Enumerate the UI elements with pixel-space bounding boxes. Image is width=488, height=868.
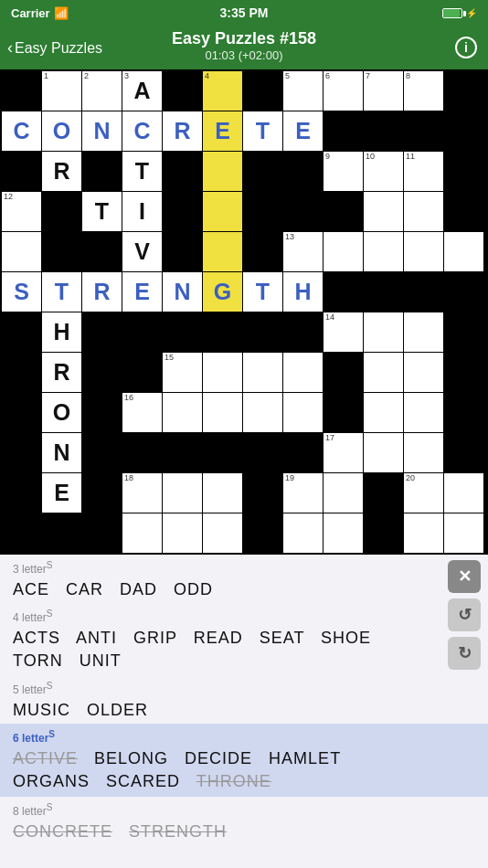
words-4letters-row2: TORN UNIT: [13, 650, 475, 672]
cell-5-4[interactable]: N: [163, 272, 202, 312]
cell-3-3[interactable]: I: [122, 192, 162, 231]
cell-1-1[interactable]: O: [42, 111, 81, 151]
redo-button[interactable]: ↻: [448, 637, 481, 670]
cell-4-5[interactable]: [203, 232, 242, 271]
cell-6-1[interactable]: H: [42, 312, 81, 352]
cell-0-1[interactable]: 1: [42, 71, 81, 111]
cell-5-3[interactable]: E: [122, 272, 162, 312]
cell-4-0[interactable]: [2, 232, 41, 271]
cell-1-5[interactable]: E: [203, 111, 242, 151]
cell-8-5[interactable]: [203, 393, 242, 432]
undo-button[interactable]: ↺: [448, 598, 481, 631]
cell-4-8[interactable]: [324, 232, 363, 271]
cell-4-4: [163, 232, 202, 271]
cell-11-3[interactable]: [122, 513, 162, 553]
cell-7-5[interactable]: [203, 353, 242, 392]
cell-11-5[interactable]: [203, 513, 242, 553]
cell-5-7[interactable]: H: [283, 272, 323, 312]
cell-2-9[interactable]: 10: [364, 152, 403, 191]
cell-7-10[interactable]: [404, 353, 443, 392]
cell-10-8[interactable]: [324, 473, 363, 513]
cell-10-10[interactable]: 20: [404, 473, 443, 513]
cell-9-10[interactable]: [404, 433, 443, 472]
cell-5-0[interactable]: S: [2, 272, 41, 312]
cell-4-7[interactable]: 13: [283, 232, 323, 271]
cell-1-2[interactable]: N: [82, 111, 122, 151]
cell-8-10[interactable]: [404, 393, 443, 432]
cell-8-1[interactable]: O: [42, 393, 81, 432]
cell-5-5[interactable]: G: [203, 272, 242, 312]
cell-8-9[interactable]: [364, 393, 403, 432]
cell-8-7[interactable]: [283, 393, 323, 432]
cell-5-1[interactable]: T: [42, 272, 81, 312]
cell-7-6[interactable]: [243, 353, 282, 392]
cell-2-8[interactable]: 9: [324, 152, 363, 191]
back-button[interactable]: ‹ Easy Puzzles: [7, 38, 102, 58]
crossword-grid[interactable]: 123A45678CONCRETERT9101112TIV13STRENGTHH…: [0, 69, 488, 555]
cell-11-7[interactable]: [283, 513, 323, 553]
cell-4-3[interactable]: V: [122, 232, 162, 271]
cell-0-7[interactable]: 5: [283, 71, 323, 111]
cell-10-4[interactable]: [163, 473, 202, 513]
close-button[interactable]: ✕: [448, 560, 481, 593]
cell-7-1[interactable]: R: [42, 353, 81, 392]
cell-3-10[interactable]: [404, 192, 443, 231]
cell-8-4[interactable]: [163, 393, 202, 432]
info-button[interactable]: i: [455, 37, 477, 58]
cell-0-9[interactable]: 7: [364, 71, 403, 111]
cell-4-10[interactable]: [404, 232, 443, 271]
cell-2-1[interactable]: R: [42, 152, 81, 191]
cell-1-3[interactable]: C: [122, 111, 162, 151]
section-5letters: 5 letterS MUSIC OLDER: [0, 675, 488, 724]
cell-10-3[interactable]: 18: [122, 473, 162, 513]
cell-0-5[interactable]: 4: [203, 71, 242, 111]
cell-9-1[interactable]: N: [42, 433, 81, 472]
cell-2-10[interactable]: 11: [404, 152, 443, 191]
cell-10-11[interactable]: [444, 473, 483, 513]
cell-8-3[interactable]: 16: [122, 393, 162, 432]
cell-3-5[interactable]: [203, 192, 242, 231]
cell-3-9[interactable]: [364, 192, 403, 231]
cell-0-10[interactable]: 8: [404, 71, 443, 111]
cell-1-7[interactable]: E: [283, 111, 323, 151]
cell-7-9[interactable]: [364, 353, 403, 392]
cell-2-3[interactable]: T: [122, 152, 162, 191]
section-label-3: 3 letterS: [13, 560, 475, 576]
cell-11-4[interactable]: [163, 513, 202, 553]
cell-0-3[interactable]: 3A: [122, 71, 162, 111]
cell-11-10[interactable]: [404, 513, 443, 553]
back-label: Easy Puzzles: [15, 39, 102, 56]
cell-9-8[interactable]: 17: [324, 433, 363, 472]
cell-6-8[interactable]: 14: [324, 312, 363, 352]
cell-7-7[interactable]: [283, 353, 323, 392]
cell-1-0[interactable]: C: [2, 111, 41, 151]
cell-2-5[interactable]: [203, 152, 242, 191]
cell-5-2[interactable]: R: [82, 272, 122, 312]
word-panel: ✕ ↺ ↻ 3 letterS ACE CAR DAD ODD 4 letter…: [0, 555, 488, 868]
cell-0-2[interactable]: 2: [82, 71, 122, 111]
cell-6-10[interactable]: [404, 312, 443, 352]
cell-1-4[interactable]: R: [163, 111, 202, 151]
cell-6-4: [163, 312, 202, 352]
cell-6-6: [243, 312, 282, 352]
cell-6-5: [203, 312, 242, 352]
cell-8-0: [2, 393, 41, 432]
cell-7-4[interactable]: 15: [163, 353, 202, 392]
cell-8-6[interactable]: [243, 393, 282, 432]
words-6letters-row2: ORGANS SCARED THRONE: [13, 770, 475, 793]
cell-1-6[interactable]: T: [243, 111, 282, 151]
cell-10-1[interactable]: E: [42, 473, 81, 513]
cell-6-9[interactable]: [364, 312, 403, 352]
cell-0-8[interactable]: 6: [324, 71, 363, 111]
cell-10-7[interactable]: 19: [283, 473, 323, 513]
cell-4-9[interactable]: [364, 232, 403, 271]
cell-9-9[interactable]: [364, 433, 403, 472]
cell-3-2[interactable]: T: [82, 192, 122, 231]
cell-4-11[interactable]: [444, 232, 483, 271]
cell-7-0: [2, 353, 41, 392]
cell-11-11[interactable]: [444, 513, 483, 553]
cell-5-6[interactable]: T: [243, 272, 282, 312]
cell-10-5[interactable]: [203, 473, 242, 513]
cell-11-8[interactable]: [324, 513, 363, 553]
cell-3-0[interactable]: 12: [2, 192, 41, 231]
